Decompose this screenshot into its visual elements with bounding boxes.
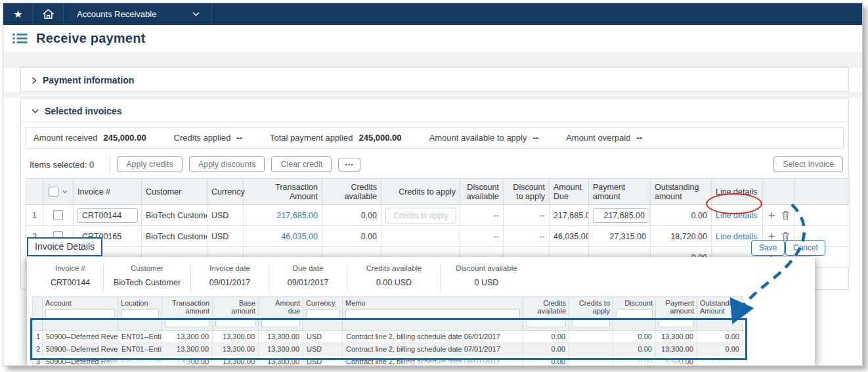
favorites-star-icon[interactable]: ★: [3, 3, 33, 25]
outstanding-amount-cell: 0.00: [697, 343, 743, 356]
credits-to-apply-filter-input[interactable]: [572, 317, 610, 327]
currency-cell: USD: [303, 331, 343, 343]
field-value: 09/01/2017: [209, 278, 251, 287]
summary-value: --: [236, 133, 242, 143]
column-header-invoice: Invoice #: [74, 179, 142, 205]
transaction-amount-link[interactable]: 217,685.00: [276, 211, 318, 220]
more-actions-button[interactable]: •••: [338, 158, 360, 172]
payment-amount-cell: 27,315.00: [589, 226, 651, 247]
cancel-button[interactable]: Cancel: [785, 240, 825, 256]
invoice-number-input[interactable]: [77, 208, 138, 223]
row-number: 1: [33, 331, 43, 343]
account-cell: 50900--Deferred Revenue - Billed: [43, 343, 118, 356]
torn-edge-smudge: [397, 361, 522, 366]
field-label: Discount available: [456, 264, 517, 272]
select-all-checkbox[interactable]: [49, 187, 58, 197]
outstanding-amount-cell: 0.00: [697, 331, 743, 343]
items-selected-count: Items selected: 0: [26, 160, 103, 170]
row-checkbox[interactable]: [53, 210, 63, 220]
credits-to-apply-button[interactable]: Credits to apply: [385, 208, 456, 223]
invoice-line-grid: Account Location Transaction amount Base…: [32, 296, 743, 366]
column-header-transaction-amount: Transaction Amount: [244, 179, 322, 205]
column-header-outstanding-amount: Outstanding amount: [651, 179, 712, 205]
customer-cell: BioTech Customer: [142, 205, 207, 226]
discount-available-cell: --: [460, 205, 504, 226]
discount-cell: 0.00: [613, 331, 656, 343]
line-row-2: 2 50900--Deferred Revenue - Billed ENT01…: [33, 343, 743, 356]
credits-available-cell: 0.00: [322, 226, 381, 247]
base-amount-filter-input[interactable]: [215, 317, 255, 327]
line-details-link[interactable]: Line details: [716, 211, 757, 220]
summary-value: 245,000.00: [359, 133, 402, 143]
selected-invoices-toggle[interactable]: Selected invoices: [21, 99, 848, 122]
location-filter-input[interactable]: [121, 309, 159, 319]
line-details-link[interactable]: Line details: [716, 232, 757, 241]
list-icon[interactable]: [12, 33, 28, 44]
payment-information-toggle[interactable]: Payment information: [21, 68, 848, 91]
currency-cell: USD: [207, 226, 244, 247]
torn-edge-smudge: [698, 358, 783, 366]
chevron-down-icon[interactable]: [62, 190, 68, 194]
discount-to-apply-cell: --: [504, 226, 550, 247]
column-header-payment-amount: Payment amount: [659, 299, 694, 315]
summary-label: Amount overpaid: [566, 133, 630, 143]
invoice-details-title: Invoice Details: [27, 237, 102, 256]
currency-filter-input[interactable]: [306, 309, 339, 319]
column-header-discount-to-apply: Discount to apply: [504, 179, 550, 205]
apply-discounts-button[interactable]: Apply discounts: [189, 156, 265, 172]
column-header-currency: Currency: [207, 179, 244, 205]
grid-toolbar: Items selected: 0 Apply credits Apply di…: [26, 154, 844, 174]
page-title: Receive payment: [36, 31, 145, 46]
panel-gap: [3, 92, 862, 98]
field-label: Due date: [293, 264, 324, 272]
field-label: Invoice date: [209, 264, 250, 272]
column-header-actions: [763, 179, 794, 205]
delete-row-icon[interactable]: [781, 210, 790, 220]
transaction-amount-cell: 13,300.00: [162, 343, 213, 356]
apply-credits-button[interactable]: Apply credits: [117, 156, 183, 172]
chevron-down-icon: [32, 108, 39, 114]
memo-cell: Contract line 2, billing schedule date 0…: [343, 331, 523, 343]
field-value: 09/01/2017: [288, 278, 329, 287]
base-amount-cell: 13,300.00: [213, 356, 259, 367]
amount-due-cell: 13,300.00: [259, 356, 303, 367]
row-number: 1: [26, 205, 43, 226]
home-icon[interactable]: [33, 3, 63, 25]
credits-available-cell: 0.00: [322, 205, 381, 226]
discount-filter-input[interactable]: [616, 309, 653, 319]
account-filter-input[interactable]: [45, 309, 115, 319]
transaction-amount-link[interactable]: 46,035.00: [281, 232, 318, 241]
invoice-details-fields: Invoice #CRT00144 CustomerBioTech Custom…: [27, 262, 815, 292]
add-row-icon[interactable]: +: [768, 210, 775, 221]
row-number: 3: [33, 356, 43, 367]
clear-credit-button[interactable]: Clear credit: [271, 156, 332, 172]
payment-amount-filter-input[interactable]: [659, 317, 694, 327]
location-cell: ENT01--Entity 01: [118, 343, 162, 356]
column-header-amount-due: Amount due: [261, 299, 300, 315]
column-header-payment-amount: Payment amount: [589, 179, 651, 205]
discount-available-cell: --: [460, 226, 504, 247]
credits-available-filter-input[interactable]: [526, 317, 566, 327]
memo-filter-input[interactable]: [345, 309, 520, 319]
transaction-amount-filter-input[interactable]: [165, 317, 209, 327]
field-value: CRT00144: [51, 278, 90, 287]
currency-cell: USD: [207, 205, 244, 226]
module-menu[interactable]: Accounts Receivable: [64, 3, 211, 25]
amount-due-filter-input[interactable]: [261, 317, 300, 327]
customer-cell: BioTech Customer: [142, 226, 207, 247]
payment-amount-input[interactable]: [593, 208, 649, 223]
payment-amount-cell: 13,300.00: [656, 331, 697, 343]
currency-cell: USD: [303, 356, 343, 367]
column-header-discount: Discount: [616, 299, 653, 307]
account-cell: 50900--Deferred Revenue - Billed: [43, 331, 118, 343]
invoice-row-1: 1 BioTech Customer USD 217,685.00 0.00 C…: [26, 205, 850, 226]
column-header-currency: Currency: [306, 299, 339, 307]
save-button[interactable]: Save: [751, 240, 785, 256]
column-header-outstanding-amount: Outstanding Amount: [700, 299, 740, 315]
payment-amount-cell: 13,300.00: [656, 343, 697, 356]
outstanding-amount-cell: 18,720.00: [651, 226, 712, 247]
torn-edge-smudge: [102, 360, 194, 366]
column-header-location: Location: [121, 299, 159, 307]
select-invoice-button[interactable]: Select Invoice: [773, 156, 843, 172]
topbar-divider: [211, 3, 212, 25]
